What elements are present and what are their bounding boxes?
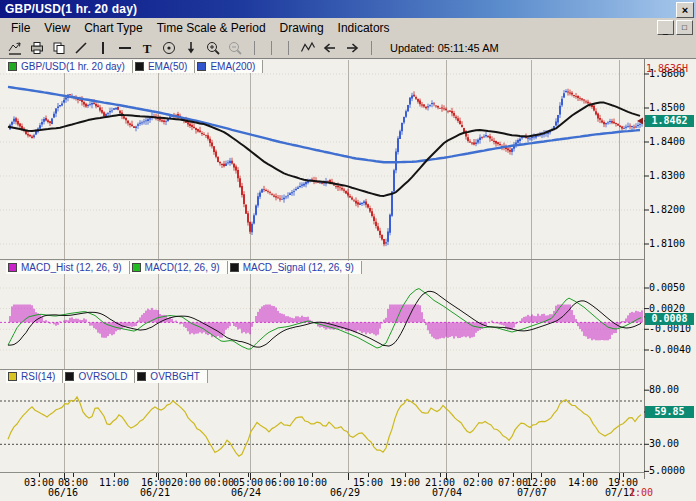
menu-chart-type[interactable]: Chart Type [77,19,149,37]
price-axis-label: 1.8100 [649,239,695,249]
close-icon: × [682,5,688,16]
menubar: FileViewChart TypeTime Scale & PeriodDra… [0,18,696,37]
legend-swatch [137,372,146,381]
legend-item: RSI(14) [6,370,63,383]
vertical-line-icon [95,40,111,56]
time-axis-label: 06:00 [263,478,297,488]
legend-swatch [65,372,74,381]
price-axis-label: 1.8500 [649,103,695,113]
line-button[interactable] [70,39,92,57]
titlebar[interactable]: GBP/USD(1 hr. 20 day) × [0,0,696,18]
ema200-line [8,87,640,162]
line-icon [73,40,89,56]
rsi-axis-label: 5.0000 [649,466,695,476]
legend-label: OVRBGHT [150,371,199,382]
legend-item: OVRSOLD [63,370,135,383]
text-button[interactable]: T [136,39,158,57]
zoom-out-button[interactable] [224,39,246,57]
rsi-axis-label: 30.00 [649,439,695,449]
date-axis-label: 06/24 [229,488,263,498]
updated-label: Updated: 05:11:45 AM [390,42,499,54]
print-icon [29,40,45,56]
vertical-line-button[interactable] [92,39,114,57]
chart-canvas[interactable]: GBP/USD(1 hr. 20 day)EMA(50)EMA(200)MACD… [0,59,696,501]
minimize-icon: _ [663,26,668,34]
toolbar-separator [254,41,255,55]
time-axis-label: 14:00 [566,478,600,488]
legend-item: OVRBGHT [135,370,207,383]
legend-label: RSI(14) [21,371,55,382]
time-axis-label: 11:00 [97,478,131,488]
price-axis-label: 1.8200 [649,205,695,215]
macd-axis-label: -0.0010 [649,324,695,334]
text-icon: T [139,40,155,56]
price-legend: GBP/USD(1 hr. 20 day)EMA(50)EMA(200) [6,60,263,73]
candles-layer [10,89,642,247]
arrow-left-icon [322,40,338,56]
toolbar-separator [371,41,372,55]
current-rsi-tag: 59.85 [645,406,694,418]
legend-swatch [132,263,141,272]
toolbar-separator [271,41,272,55]
rsi-layer [0,397,644,456]
rsi-legend: RSI(14)OVRSOLDOVRBGHT [6,370,208,383]
minimize-button[interactable]: _ [657,20,674,35]
arrow-right-button[interactable] [341,39,363,57]
date-axis-label: 06/16 [46,488,80,498]
horizontal-line-button[interactable] [114,39,136,57]
restore-button[interactable]: □ [676,20,693,35]
legend-swatch [8,62,17,71]
legend-label: EMA(50) [148,61,187,72]
menu-drawing[interactable]: Drawing [273,19,331,37]
menu-file[interactable]: File [4,19,37,37]
date-axis-label: 07/04 [430,488,464,498]
app-window: GBP/USD(1 hr. 20 day) × FileViewChart Ty… [0,0,696,501]
time-axis-label: 20:00 [169,478,203,488]
date-axis-label: 07/07 [515,488,549,498]
close-button[interactable]: × [676,2,694,18]
menu-indicators[interactable]: Indicators [331,19,397,37]
zoom-in-button[interactable] [202,39,224,57]
arrow-left-button[interactable] [319,39,341,57]
current-time-label: 1:00 [624,488,658,498]
legend-item: MACD_Signal (12, 26, 9) [228,261,362,274]
legend-label: OVRSOLD [78,371,127,382]
zigzag-button[interactable] [297,39,319,57]
legend-item: EMA(50) [133,60,195,73]
trend-pointer-button[interactable] [4,39,26,57]
date-axis-label: 06/29 [328,488,362,498]
svg-text:T: T [143,40,152,55]
macd-axis-label: 0.0050 [649,283,695,293]
current-macd-tag: 0.0008 [645,313,694,325]
legend-swatch [197,62,206,71]
chart-svg [0,59,696,501]
date-axis-label: 06/21 [138,488,172,498]
time-axis-label: 19:00 [388,478,422,488]
legend-swatch [135,62,144,71]
toolbar-separator [288,41,289,55]
menu-time-scale-period[interactable]: Time Scale & Period [150,19,273,37]
mdi-buttons: _ □ [657,20,696,35]
legend-label: MACD_Signal (12, 26, 9) [243,262,354,273]
zoom-in-icon [205,40,221,56]
ellipse-button[interactable] [158,39,180,57]
copy-button[interactable] [48,39,70,57]
print-button[interactable] [26,39,48,57]
zigzag-icon [300,40,316,56]
menu-view[interactable]: View [37,19,77,37]
arrow-right-icon [344,40,360,56]
time-axis-label: 02:00 [461,478,495,488]
current-price-tag: 1.8462 [645,115,694,127]
ellipse-icon [161,40,177,56]
trend-pointer-icon [7,40,23,56]
horizontal-line-icon [117,40,133,56]
price-axis-label: 1.8300 [649,171,695,181]
price-axis-label: 1.8400 [649,137,695,147]
legend-swatch [8,263,17,272]
legend-item: MACD_Hist (12, 26, 9) [6,261,130,274]
high-marker-label: 1.8636H [646,64,688,74]
window-title: GBP/USD(1 hr. 20 day) [5,2,137,16]
arrow-down-button[interactable] [180,39,202,57]
macd-layer [0,289,644,350]
restore-icon: □ [682,24,687,32]
